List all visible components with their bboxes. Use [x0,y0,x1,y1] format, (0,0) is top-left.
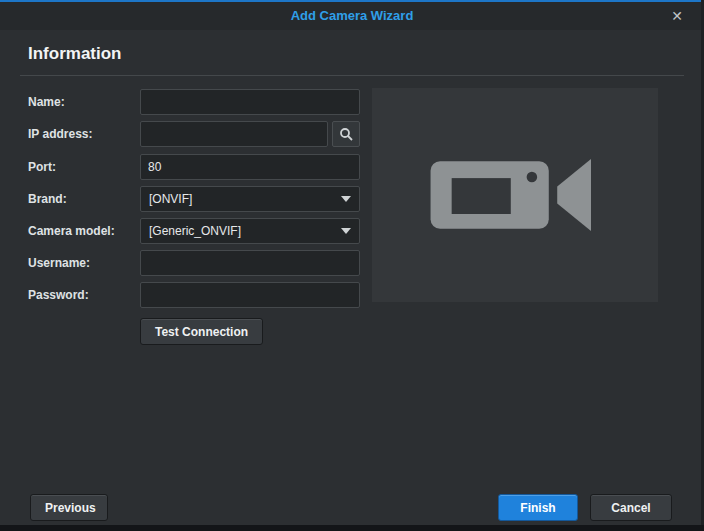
ip-address-input[interactable] [140,121,328,147]
video-camera-icon [430,157,600,233]
ip-address-label: IP address: [28,127,140,141]
chevron-down-icon [341,228,351,234]
form-row-password: Password: [28,282,360,308]
previous-button[interactable]: Previous [30,494,108,521]
camera-model-select-value: [Generic_ONVIF] [149,224,241,238]
form-row-brand: Brand: [ONVIF] [28,186,360,212]
close-icon[interactable]: ✕ [666,5,688,27]
username-input[interactable] [140,250,360,276]
camera-model-label: Camera model: [28,224,140,238]
password-input[interactable] [140,282,360,308]
form-row-username: Username: [28,250,360,276]
form-row-ip-address: IP address: [28,121,360,147]
password-label: Password: [28,288,140,302]
brand-label: Brand: [28,192,140,206]
name-input[interactable] [140,89,360,115]
brand-select-value: [ONVIF] [149,192,192,206]
form-row-name: Name: [28,89,360,115]
titlebar: Add Camera Wizard ✕ [0,2,704,30]
add-camera-wizard-dialog: Add Camera Wizard ✕ Information Name: IP… [0,0,704,531]
camera-model-select[interactable]: [Generic_ONVIF] [140,218,360,244]
finish-button[interactable]: Finish [498,494,578,521]
test-connection-button[interactable]: Test Connection [140,318,263,345]
brand-select[interactable]: [ONVIF] [140,186,360,212]
chevron-down-icon [341,196,351,202]
search-icon [339,127,353,141]
name-label: Name: [28,95,140,109]
camera-preview-panel [372,88,658,302]
port-input[interactable] [140,154,360,180]
window-bottom-edge [0,525,704,531]
cancel-button[interactable]: Cancel [590,494,672,521]
ip-search-button[interactable] [332,121,360,147]
dialog-title: Add Camera Wizard [0,2,704,30]
username-label: Username: [28,256,140,270]
port-label: Port: [28,160,140,174]
form-row-port: Port: [28,154,360,180]
section-title: Information [28,44,122,64]
form-row-camera-model: Camera model: [Generic_ONVIF] [28,218,360,244]
section-divider [20,75,684,76]
